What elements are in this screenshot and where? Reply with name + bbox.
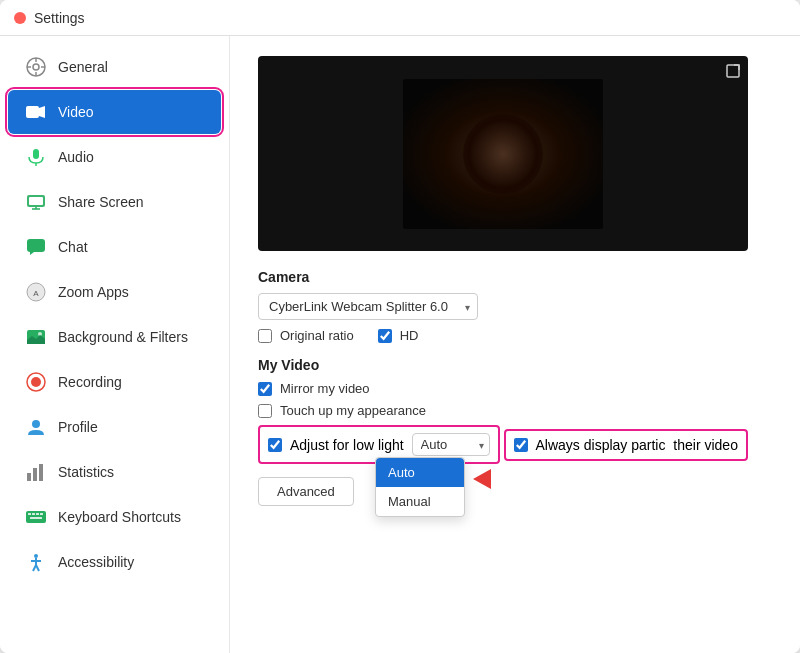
touch-up-row: Touch up my appearance <box>258 403 772 418</box>
low-light-label: Adjust for low light <box>290 437 404 453</box>
svg-rect-27 <box>28 513 31 515</box>
chat-icon <box>24 235 48 259</box>
sidebar-item-share-screen[interactable]: Share Screen <box>8 180 221 224</box>
sidebar-item-audio[interactable]: Audio <box>8 135 221 179</box>
svg-rect-37 <box>727 65 739 77</box>
always-display-checkbox[interactable] <box>514 438 528 452</box>
mirror-video-row: Mirror my video <box>258 381 772 396</box>
dropdown-option-manual[interactable]: Manual <box>376 487 464 516</box>
svg-rect-30 <box>40 513 43 515</box>
title-bar: Settings <box>0 0 800 36</box>
camera-section-label: Camera <box>258 269 772 285</box>
background-icon <box>24 325 48 349</box>
video-feed <box>403 79 603 229</box>
general-icon <box>24 55 48 79</box>
svg-point-22 <box>32 420 40 428</box>
sidebar-item-background-filters[interactable]: Background & Filters <box>8 315 221 359</box>
sidebar-item-chat[interactable]: Chat <box>8 225 221 269</box>
sidebar-item-keyboard-label: Keyboard Shortcuts <box>58 509 181 525</box>
hd-checkbox[interactable] <box>378 329 392 343</box>
settings-window: Settings General <box>0 0 800 653</box>
svg-point-1 <box>33 64 39 70</box>
statistics-icon <box>24 460 48 484</box>
profile-icon <box>24 415 48 439</box>
video-preview <box>258 56 748 251</box>
svg-point-32 <box>34 554 38 558</box>
share-screen-icon <box>24 190 48 214</box>
sidebar-item-video-label: Video <box>58 104 94 120</box>
sidebar-item-keyboard-shortcuts[interactable]: Keyboard Shortcuts <box>8 495 221 539</box>
svg-rect-6 <box>26 106 39 118</box>
svg-rect-28 <box>32 513 35 515</box>
mirror-checkbox[interactable] <box>258 382 272 396</box>
svg-marker-7 <box>39 106 45 118</box>
svg-rect-29 <box>36 513 39 515</box>
svg-rect-25 <box>39 464 43 481</box>
my-video-section-label: My Video <box>258 357 772 373</box>
main-panel: Camera CyberLink Webcam Splitter 6.0 ▾ O… <box>230 36 800 653</box>
svg-marker-15 <box>30 252 34 255</box>
sidebar-item-general-label: General <box>58 59 108 75</box>
svg-point-21 <box>31 377 41 387</box>
sidebar-item-background-label: Background & Filters <box>58 329 188 345</box>
close-button[interactable] <box>14 12 26 24</box>
sidebar-item-general[interactable]: General <box>8 45 221 89</box>
original-ratio-label: Original ratio <box>280 328 354 343</box>
camera-select-row: CyberLink Webcam Splitter 6.0 ▾ <box>258 293 772 320</box>
always-display-label: Always display partic their video <box>536 437 738 453</box>
touch-up-checkbox[interactable] <box>258 404 272 418</box>
expand-icon[interactable] <box>726 64 740 78</box>
always-display-highlight-box: Always display partic their video <box>504 429 748 461</box>
camera-select-wrapper: CyberLink Webcam Splitter 6.0 ▾ <box>258 293 478 320</box>
advanced-button[interactable]: Advanced <box>258 477 354 506</box>
svg-rect-14 <box>27 239 45 252</box>
svg-rect-31 <box>30 517 42 519</box>
sidebar-item-zoom-apps[interactable]: A Zoom Apps <box>8 270 221 314</box>
window-title: Settings <box>34 10 85 26</box>
red-arrow-indicator <box>473 469 491 489</box>
sidebar-item-share-screen-label: Share Screen <box>58 194 144 210</box>
sidebar-item-profile-label: Profile <box>58 419 98 435</box>
sidebar-item-zoom-apps-label: Zoom Apps <box>58 284 129 300</box>
recording-icon <box>24 370 48 394</box>
mirror-label: Mirror my video <box>280 381 370 396</box>
sidebar: General Video <box>0 36 230 653</box>
camera-select[interactable]: CyberLink Webcam Splitter 6.0 <box>258 293 478 320</box>
sidebar-item-recording-label: Recording <box>58 374 122 390</box>
low-light-dropdown-popup: Auto Manual <box>375 457 465 517</box>
sidebar-item-profile[interactable]: Profile <box>8 405 221 449</box>
accessibility-icon <box>24 550 48 574</box>
low-light-checkbox[interactable] <box>268 438 282 452</box>
content-area: General Video <box>0 36 800 653</box>
svg-rect-8 <box>33 149 39 159</box>
audio-icon <box>24 145 48 169</box>
svg-line-36 <box>36 565 39 571</box>
low-light-select-wrapper: Auto Manual ▾ <box>412 433 490 456</box>
svg-rect-11 <box>29 197 43 205</box>
sidebar-item-accessibility[interactable]: Accessibility <box>8 540 221 584</box>
hd-label: HD <box>400 328 419 343</box>
video-icon <box>24 100 48 124</box>
advanced-section: Advanced <box>258 477 772 506</box>
sidebar-item-statistics[interactable]: Statistics <box>8 450 221 494</box>
low-light-select[interactable]: Auto Manual <box>412 433 490 456</box>
svg-rect-23 <box>27 473 31 481</box>
sidebar-item-chat-label: Chat <box>58 239 88 255</box>
sidebar-item-recording[interactable]: Recording <box>8 360 221 404</box>
sidebar-item-accessibility-label: Accessibility <box>58 554 134 570</box>
svg-text:A: A <box>33 289 39 298</box>
keyboard-icon <box>24 505 48 529</box>
sidebar-item-video[interactable]: Video <box>8 90 221 134</box>
sidebar-item-audio-label: Audio <box>58 149 94 165</box>
zoom-apps-icon: A <box>24 280 48 304</box>
original-ratio-row: Original ratio HD <box>258 328 772 343</box>
original-ratio-checkbox[interactable] <box>258 329 272 343</box>
sidebar-item-statistics-label: Statistics <box>58 464 114 480</box>
red-arrow <box>473 469 491 489</box>
touch-up-label: Touch up my appearance <box>280 403 426 418</box>
dropdown-option-auto[interactable]: Auto <box>376 458 464 487</box>
svg-rect-24 <box>33 468 37 481</box>
